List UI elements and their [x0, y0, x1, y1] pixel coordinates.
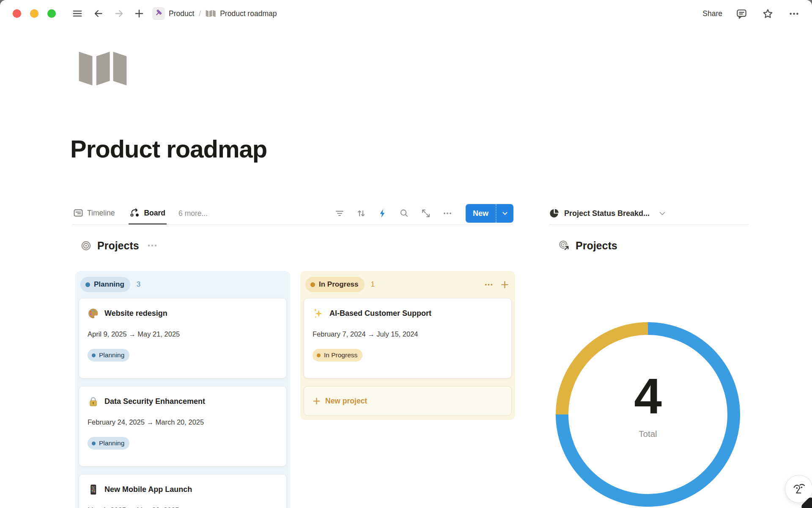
- comments-icon[interactable]: [734, 6, 749, 21]
- kanban-board: Planning 3 Website redesign April 9, 202…: [75, 271, 515, 508]
- column-count: 1: [371, 280, 375, 289]
- back-icon[interactable]: [91, 6, 106, 21]
- status-dot: [85, 282, 90, 287]
- column-planning: Planning 3 Website redesign April 9, 202…: [75, 271, 290, 508]
- breadcrumb-current[interactable]: Product roadmap: [220, 9, 277, 18]
- page-title[interactable]: Product roadmap: [70, 135, 267, 163]
- sort-icon[interactable]: [356, 208, 366, 218]
- map-icon: [206, 9, 216, 18]
- share-button[interactable]: Share: [702, 9, 722, 18]
- hammer-icon: [154, 8, 163, 19]
- column-name: In Progress: [319, 280, 359, 289]
- app-window: Product / Product roadmap Share Product …: [0, 0, 812, 508]
- new-button[interactable]: New: [466, 204, 496, 223]
- minimize-window-button[interactable]: [30, 9, 38, 18]
- card-date-range: April 9, 2025 → May 21, 2025: [88, 330, 278, 338]
- palette-icon: [88, 308, 99, 319]
- target-link-icon: [558, 240, 570, 251]
- tab-board-label: Board: [144, 209, 165, 218]
- board-icon: [130, 208, 140, 218]
- tab-timeline[interactable]: Timeline: [72, 202, 116, 224]
- new-button-dropdown[interactable]: [497, 204, 513, 223]
- zoom-window-button[interactable]: [47, 9, 56, 18]
- plus-icon: [313, 397, 321, 405]
- status-dot: [317, 353, 321, 357]
- card-title: New Mobile App Launch: [104, 485, 192, 494]
- chevron-down-icon[interactable]: [658, 209, 667, 218]
- new-tab-icon[interactable]: [132, 6, 146, 21]
- ellipsis-icon[interactable]: [442, 208, 453, 218]
- lock-icon: [88, 396, 99, 407]
- window-controls: [13, 9, 56, 18]
- status-dot: [92, 353, 96, 357]
- chart-section-heading: Projects: [558, 235, 617, 256]
- board-section-heading: Projects: [80, 235, 157, 256]
- close-window-button[interactable]: [13, 9, 21, 18]
- search-icon[interactable]: [399, 208, 409, 218]
- column-name: Planning: [94, 280, 124, 289]
- project-status-donut-chart: 4 Total: [551, 317, 745, 508]
- forward-icon[interactable]: [112, 6, 126, 21]
- column-count: 3: [137, 280, 140, 289]
- in-progress-status-pill[interactable]: In Progress: [305, 277, 365, 292]
- ai-face-icon: [790, 480, 807, 497]
- card-ai-support[interactable]: AI-Based Customer Support February 7, 20…: [304, 298, 512, 378]
- card-data-security[interactable]: Data Security Enhancement February 24, 2…: [79, 386, 287, 467]
- column-in-progress-header: In Progress 1: [304, 275, 512, 298]
- card-date-range: May 1, 2025 → May 29, 2025: [88, 506, 278, 508]
- titlebar: Product / Product roadmap Share: [0, 0, 812, 27]
- card-date-range: February 7, 2024 → July 15, 2024: [313, 330, 503, 338]
- sparkles-icon: [313, 308, 324, 319]
- new-project-button[interactable]: New project: [304, 386, 512, 416]
- column-add-icon[interactable]: [500, 280, 509, 289]
- card-status-pill: Planning: [88, 349, 129, 362]
- card-status-pill: Planning: [88, 437, 129, 450]
- tab-board[interactable]: Board: [129, 202, 167, 224]
- card-title: Website redesign: [104, 309, 167, 318]
- view-tabs: Timeline Board: [72, 202, 167, 224]
- status-dot: [92, 442, 96, 445]
- card-title: Data Security Enhancement: [104, 397, 205, 406]
- pie-chart-icon: [549, 208, 560, 219]
- card-status-pill: In Progress: [313, 349, 362, 362]
- automation-bolt-icon[interactable]: [378, 208, 388, 218]
- card-mobile-app[interactable]: New Mobile App Launch May 1, 2025 → May …: [79, 474, 287, 508]
- target-icon: [80, 240, 92, 251]
- breadcrumb: Product / Product roadmap: [152, 7, 277, 20]
- chart-total-label: Total: [551, 429, 745, 439]
- filter-icon[interactable]: [335, 208, 345, 218]
- breadcrumb-root[interactable]: Product: [169, 9, 194, 18]
- mobile-phone-icon: [88, 484, 99, 495]
- status-dot: [310, 282, 315, 287]
- breadcrumb-separator: /: [199, 9, 201, 18]
- timeline-icon: [73, 208, 83, 218]
- chart-panel-title: Project Status Breakd...: [564, 209, 650, 218]
- column-in-progress: In Progress 1 AI-Based Cus: [300, 271, 515, 420]
- chart-section-title[interactable]: Projects: [576, 240, 617, 252]
- menu-icon[interactable]: [70, 6, 85, 21]
- column-options-icon[interactable]: [484, 280, 493, 289]
- card-title: AI-Based Customer Support: [329, 309, 431, 318]
- breadcrumb-product-item[interactable]: [152, 7, 165, 20]
- tab-timeline-label: Timeline: [87, 209, 115, 218]
- titlebar-actions: Share: [702, 6, 801, 21]
- view-tab-bar: Timeline Board 6 more...: [72, 202, 513, 225]
- section-options-icon[interactable]: [147, 243, 157, 248]
- more-icon[interactable]: [787, 6, 801, 21]
- chart-total-value: 4: [551, 371, 745, 421]
- planning-status-pill[interactable]: Planning: [80, 277, 130, 292]
- card-date-range: February 24, 2025 → March 20, 2025: [88, 418, 278, 426]
- card-website-redesign[interactable]: Website redesign April 9, 2025 → May 21,…: [79, 298, 287, 378]
- board-section-title[interactable]: Projects: [97, 240, 139, 252]
- page-icon-map[interactable]: [78, 48, 129, 91]
- more-views-button[interactable]: 6 more...: [178, 202, 208, 224]
- favorite-star-icon[interactable]: [760, 6, 775, 21]
- view-toolbar: New: [335, 202, 513, 224]
- new-button-group: New: [466, 204, 513, 223]
- chevron-down-icon: [501, 209, 509, 218]
- chart-panel-header[interactable]: Project Status Breakd...: [549, 202, 749, 225]
- expand-icon[interactable]: [421, 208, 431, 218]
- column-planning-header: Planning 3: [79, 275, 287, 298]
